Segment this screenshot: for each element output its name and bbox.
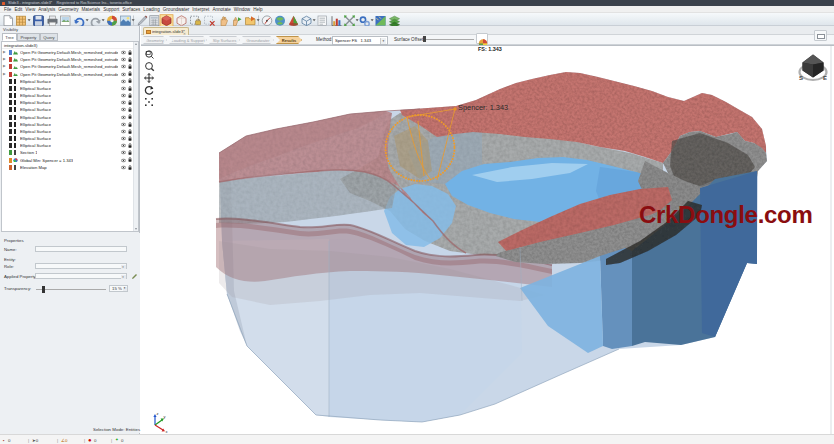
svg-text:y: y	[164, 414, 166, 419]
svg-text:z: z	[157, 411, 159, 416]
svg-text:E: E	[823, 75, 827, 81]
svg-text:S: S	[799, 75, 803, 81]
